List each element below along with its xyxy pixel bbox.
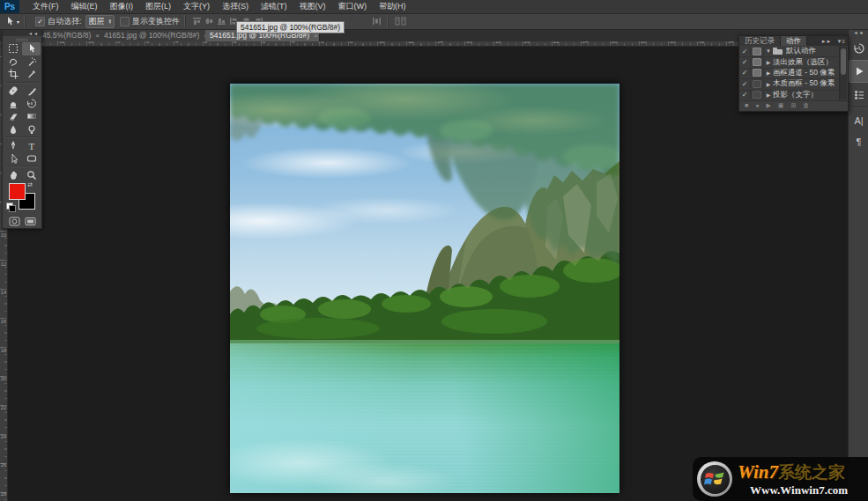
crop-tool[interactable] (4, 68, 22, 81)
menu-help[interactable]: 帮助(H) (373, 0, 412, 13)
history-panel-icon[interactable] (849, 39, 868, 57)
actions-list: ✓ ▼ 默认动作 ✓ ▶ 淡出效果（选区） ✓ ▶ 画框通道 - 50 像素 ✓ (739, 46, 848, 100)
gradient-tool[interactable] (22, 110, 41, 123)
tab-label: 41651.jpg @ 100%(RGB/8#) (104, 31, 199, 40)
menu-filter[interactable]: 滤镜(T) (255, 0, 293, 13)
disclosure-right-icon[interactable]: ▶ (764, 92, 773, 98)
move-tool[interactable] (22, 42, 41, 55)
collapse-double-arrow-icon[interactable]: ◄◄ (28, 31, 39, 36)
tab-history[interactable]: 历史记录 (739, 36, 781, 46)
3d-mode-icon[interactable] (395, 17, 407, 26)
quick-mask-icon[interactable] (9, 217, 20, 226)
foreground-color-swatch[interactable] (9, 183, 26, 200)
menu-window[interactable]: 窗口(W) (332, 0, 374, 13)
swap-colors-icon[interactable]: ⇄ (27, 181, 33, 188)
canvas-image[interactable] (230, 84, 619, 493)
tooltip-text: 541651.jpg @ 100%(RGB/8#) (241, 23, 340, 32)
dialog-toggle-icon[interactable] (751, 58, 764, 66)
disclosure-right-icon[interactable]: ▶ (764, 59, 773, 65)
toggle-item-check-icon[interactable]: ✓ (739, 58, 751, 66)
align-bottom-edges-icon[interactable] (217, 17, 226, 26)
begin-recording-icon[interactable]: ● (755, 101, 759, 110)
action-row[interactable]: ✓ ▶ 木质画框 - 50 像素 (739, 78, 838, 90)
disclosure-right-icon[interactable]: ▶ (764, 81, 773, 87)
brush-tool[interactable] (22, 85, 41, 98)
lasso-tool[interactable] (4, 55, 22, 69)
properties-panel-icon[interactable] (849, 85, 868, 104)
type-tool[interactable]: T (22, 139, 41, 152)
actions-panel-icon[interactable] (849, 60, 868, 83)
screen-mode-icon[interactable] (25, 217, 36, 226)
pen-tool[interactable] (4, 139, 22, 152)
align-vertical-centers-icon[interactable] (204, 17, 214, 26)
show-transform-checkbox[interactable] (120, 17, 130, 26)
shape-tool[interactable] (22, 152, 41, 166)
document-tab-1[interactable]: 45.5%(RGB/8) × (39, 29, 105, 41)
watermark-brand: Win7 (738, 461, 778, 483)
menu-view[interactable]: 视图(V) (293, 0, 332, 13)
expand-panel-icon[interactable]: ►► (819, 36, 835, 46)
eraser-tool[interactable] (4, 110, 22, 123)
menu-image[interactable]: 图像(I) (104, 0, 140, 13)
scrollbar-thumb[interactable] (841, 48, 846, 75)
dialog-toggle-icon[interactable] (751, 91, 764, 99)
toggle-item-check-icon[interactable]: ✓ (739, 91, 751, 99)
disclosure-down-icon[interactable]: ▼ (764, 48, 773, 54)
auto-select-dropdown[interactable]: 图层 ▴▾ (85, 15, 115, 28)
rectangular-marquee-tool[interactable] (4, 42, 22, 55)
move-tool-preset[interactable]: ▾ (4, 16, 19, 26)
dodge-tool[interactable] (22, 123, 41, 136)
action-row-default-set[interactable]: ✓ ▼ 默认动作 (739, 46, 838, 57)
clone-stamp-tool[interactable] (4, 97, 22, 110)
separator (387, 15, 389, 27)
delete-icon[interactable]: 🗑 (803, 101, 809, 110)
menu-edit[interactable]: 编辑(E) (65, 0, 104, 13)
stop-playing-icon[interactable]: ■ (745, 101, 748, 110)
new-set-folder-icon[interactable]: ▣ (778, 101, 784, 110)
menu-type[interactable]: 文字(Y) (177, 0, 216, 13)
show-transform-label: 显示变换控件 (132, 16, 180, 27)
action-row[interactable]: ✓ ▶ 淡出效果（选区） (739, 56, 838, 68)
toggle-item-check-icon[interactable]: ✓ (739, 48, 751, 55)
tools-panel-grabber[interactable] (3, 36, 41, 42)
menu-select[interactable]: 选择(S) (216, 0, 255, 13)
toolbox-footer (3, 215, 41, 229)
default-colors-icon[interactable] (6, 203, 14, 210)
magic-wand-tool[interactable] (22, 55, 41, 69)
new-action-icon[interactable]: ⊞ (790, 101, 796, 110)
eyedropper-tool[interactable] (22, 68, 41, 81)
dialog-toggle-icon[interactable] (751, 48, 764, 55)
dialog-toggle-icon[interactable] (751, 69, 764, 77)
actions-panel-tabs: 历史记录 动作 ►► ▼≡ (739, 36, 848, 46)
menu-file[interactable]: 文件(F) (26, 0, 65, 13)
distribute-icon[interactable] (372, 17, 382, 26)
ruler-number: 24 (0, 434, 7, 439)
paragraph-panel-icon[interactable]: ¶ (849, 132, 868, 151)
align-top-edges-icon[interactable] (192, 17, 202, 26)
auto-select-checkbox[interactable]: ✓ (35, 17, 45, 26)
dialog-toggle-icon[interactable] (751, 80, 764, 88)
play-selection-icon[interactable]: ▶ (766, 101, 770, 110)
toggle-item-check-icon[interactable]: ✓ (739, 80, 751, 88)
character-panel-icon[interactable]: A| (849, 111, 868, 129)
blur-tool[interactable] (4, 123, 22, 136)
history-brush-tool[interactable] (22, 97, 41, 110)
tab-actions[interactable]: 动作 (781, 36, 807, 46)
toggle-item-check-icon[interactable]: ✓ (739, 69, 751, 77)
menu-layer[interactable]: 图层(L) (139, 0, 177, 13)
hand-tool[interactable] (4, 168, 22, 181)
path-selection-tool[interactable] (4, 152, 22, 166)
disclosure-right-icon[interactable]: ▶ (764, 70, 773, 76)
panel-menu-icon[interactable]: ▼≡ (835, 36, 848, 46)
action-row[interactable]: ✓ ▶ 投影（文字） (739, 90, 838, 101)
tools-panel-header[interactable]: ◄◄ (3, 30, 41, 36)
character-glyph: A| (854, 115, 863, 126)
scrollbar[interactable] (839, 47, 847, 99)
action-row[interactable]: ✓ ▶ 画框通道 - 50 像素 (739, 68, 838, 79)
document-tab-2[interactable]: 41651.jpg @ 100%(RGB/8#) × (100, 29, 211, 41)
collapse-dock-icon[interactable]: ◄◄ (849, 29, 868, 36)
ruler-number: 16 (0, 319, 7, 324)
spot-healing-brush-tool[interactable] (4, 85, 22, 98)
action-label: 默认动作 (786, 46, 816, 56)
zoom-tool[interactable] (22, 168, 41, 181)
